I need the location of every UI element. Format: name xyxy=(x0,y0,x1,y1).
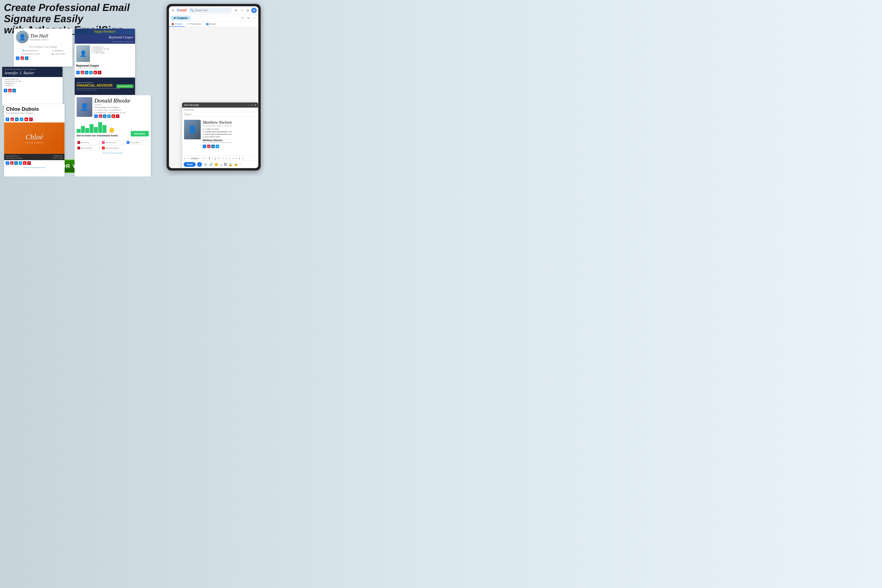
follow-my-channel-btn[interactable]: ▶ Follow my Channel xyxy=(101,146,124,150)
jennifer-body: www.yoursiteurl.com San Francisco, CA, U… xyxy=(2,77,63,88)
financial-find-btn[interactable]: Find an Advisor xyxy=(116,84,134,88)
compose-recipients-field[interactable]: Recipients xyxy=(182,108,258,112)
more-options-icon[interactable]: ⋮ xyxy=(240,163,243,166)
chloe-li2-icon: in xyxy=(14,161,18,165)
strikethrough-btn[interactable]: S̶ xyxy=(238,157,240,160)
underline-btn[interactable]: U xyxy=(214,157,217,160)
compose-button[interactable]: ✏ Compose xyxy=(171,16,191,20)
gmail-tabs: 📥 Primary 🏷 Promotions 👥 Social xyxy=(169,21,258,27)
hamburger-icon[interactable]: ☰ xyxy=(171,8,175,13)
minimize-icon[interactable]: − xyxy=(248,104,249,106)
chloe-social-bottom: f ◻ in t ▶ P xyxy=(4,160,64,166)
checkbox-icon[interactable]: ☐ xyxy=(240,16,245,20)
card-jennifer-butler: Your Profession Your Company Jennifer J.… xyxy=(2,67,63,106)
chloe-phone: +1 800 111 0000 xyxy=(52,157,63,159)
gmail-app: ☰ Gmail 🔍 ⚙ ? ⊞ S xyxy=(169,6,258,168)
gmail-search-bar[interactable]: 🔍 xyxy=(188,8,232,13)
donald-ig-icon: ◻ xyxy=(99,114,102,118)
help-icon[interactable]: ? xyxy=(240,8,244,13)
cards-area: Tim Hall Business Coach Your Profession,… xyxy=(2,28,157,170)
font-size-btn[interactable]: T↕ xyxy=(202,157,206,160)
apps-icon[interactable]: ⊞ xyxy=(245,8,250,13)
jennifer-phone: +1 800 111... xyxy=(4,85,61,86)
signature-icon[interactable]: ✍ xyxy=(234,163,238,166)
donald-top-area: 👤 Donald Rhoske Finance Your Profession … xyxy=(75,95,151,120)
tag-icon: 🏷 xyxy=(187,22,189,25)
lock-icon[interactable]: 🔒 xyxy=(228,163,232,166)
user-avatar[interactable]: S xyxy=(251,8,257,13)
blockquote-btn[interactable]: ❝ xyxy=(235,157,237,160)
sig-website: w: www.kingswoodfamilyoffice.com xyxy=(202,133,256,135)
attach-icon[interactable]: 📎 xyxy=(204,163,207,166)
indent-btn[interactable]: ⇥ xyxy=(232,157,234,160)
tim-signature-name: Tim Hall xyxy=(30,33,49,39)
jennifer-sig-name: Jennifer J. Butler xyxy=(4,70,61,75)
donald-sig-name: Donald Rhoske xyxy=(94,97,149,104)
youtube-icon: ▶ xyxy=(102,147,105,149)
tablet-screen: ☰ Gmail 🔍 ⚙ ? ⊞ S xyxy=(169,6,258,168)
align-btn[interactable]: ≡ xyxy=(222,157,225,160)
undo-btn[interactable]: ↩ xyxy=(184,157,186,160)
donald-contact-row2: e: tom@lindt.com a: San Francisco, CA, U… xyxy=(94,112,149,114)
see-my-photos-btn[interactable]: ◻ See my Photos xyxy=(101,140,124,145)
donald-contact-row: m: +1 800 111 0000 w: yoursiteurl.com xyxy=(94,109,149,111)
donald-fund-title: Get to know our investment funds xyxy=(76,134,118,137)
raymond-website: w: yoursiteurl.com xyxy=(92,46,134,48)
redo-btn[interactable]: ↪ xyxy=(187,157,190,160)
see-my-work-btn[interactable]: Bē See my Work xyxy=(126,140,149,145)
tab-promotions[interactable]: 🏷 Promotions xyxy=(185,21,204,27)
chloe-yt2-icon: ▶ xyxy=(23,161,27,165)
compose-subject-field[interactable]: Subject xyxy=(182,112,258,117)
emoji-icon[interactable]: 🙂 xyxy=(214,163,218,166)
sig-details: p: +1 800 111 0000 e: matt@kingswoodfami… xyxy=(202,128,256,138)
raymond-info: w: yoursiteurl.com a: San Francisco, CA,… xyxy=(92,45,134,62)
search-icon: 🔍 xyxy=(190,8,194,12)
font-color-btn[interactable]: A xyxy=(218,157,220,160)
raymond-profession: Your Profession Your Company xyxy=(76,67,134,69)
sig-fb-icon: f xyxy=(202,145,206,148)
send-button[interactable]: Send xyxy=(184,162,196,167)
remove-format-btn[interactable]: ✕ xyxy=(241,157,244,160)
tab-social[interactable]: 👥 Social xyxy=(204,21,218,27)
chloe-email: tom@lindt.com xyxy=(53,155,63,157)
chloe-pi2-icon: P xyxy=(27,161,31,165)
font-selector[interactable]: Verdana ▾ xyxy=(191,158,200,159)
sig-script-name: Matthew Nielsen xyxy=(202,120,256,125)
search-input[interactable] xyxy=(195,9,230,12)
chart-bar-1 xyxy=(76,129,81,133)
adjust-icon[interactable]: ⚙ xyxy=(234,8,238,13)
link-icon[interactable]: 🔗 xyxy=(209,163,213,166)
numbered-list-btn[interactable]: ≡ xyxy=(228,157,231,160)
chloe-photo-section: Chloé Chloé Dubois xyxy=(4,123,64,154)
compose-header: New Message − ⤢ ✕ xyxy=(182,102,258,108)
drive-icon[interactable]: △ xyxy=(220,163,222,166)
donald-company: Finance xyxy=(94,104,149,106)
bold-btn[interactable]: B xyxy=(208,157,211,160)
bullet-list-btn[interactable]: ≡ xyxy=(225,157,228,160)
refresh-icon[interactable]: ↻ xyxy=(246,16,251,20)
tim-location: 📍 San Francisco, CA, USA xyxy=(21,53,39,55)
raymond-fb-icon: f xyxy=(76,71,80,74)
sig-tw-icon: t xyxy=(216,145,219,148)
jennifer-website: www.yoursiteurl.com xyxy=(4,78,61,80)
close-icon[interactable]: ✕ xyxy=(254,104,256,106)
view-my-artwork-btn[interactable]: P View my Artwork xyxy=(76,146,100,150)
raymond-name-bold: Raymond Cooper xyxy=(76,64,134,67)
compose-title: New Message xyxy=(184,104,199,106)
tim-email: ✉ tom@lindt.com xyxy=(52,50,64,51)
tab-primary[interactable]: 📥 Primary xyxy=(169,21,185,27)
ig-icon: ◻ xyxy=(8,89,12,92)
italic-btn[interactable]: I xyxy=(212,157,213,160)
chloe-ig2-icon: ◻ xyxy=(10,161,14,165)
see-my-pins-btn[interactable]: P See my Pins xyxy=(76,140,100,145)
sig-person-name: Matthew Nielsen xyxy=(202,139,256,142)
photo-icon[interactable]: 🖼 xyxy=(224,163,227,166)
maximize-icon[interactable]: ⤢ xyxy=(250,104,253,106)
compose-body[interactable]: 👤 Matthew Nielsen Kingswood Family Offic… xyxy=(182,117,258,156)
donald-invest-row: Get to know our investment funds Read Mo… xyxy=(76,134,149,137)
read-more-button[interactable]: Read More xyxy=(131,131,149,136)
chloe-pi-icon: P xyxy=(29,118,33,121)
more-icon[interactable]: ⋮ xyxy=(252,16,257,20)
chloe-li-icon: in xyxy=(15,118,19,121)
send-dropdown-button[interactable]: ▾ xyxy=(197,162,202,167)
